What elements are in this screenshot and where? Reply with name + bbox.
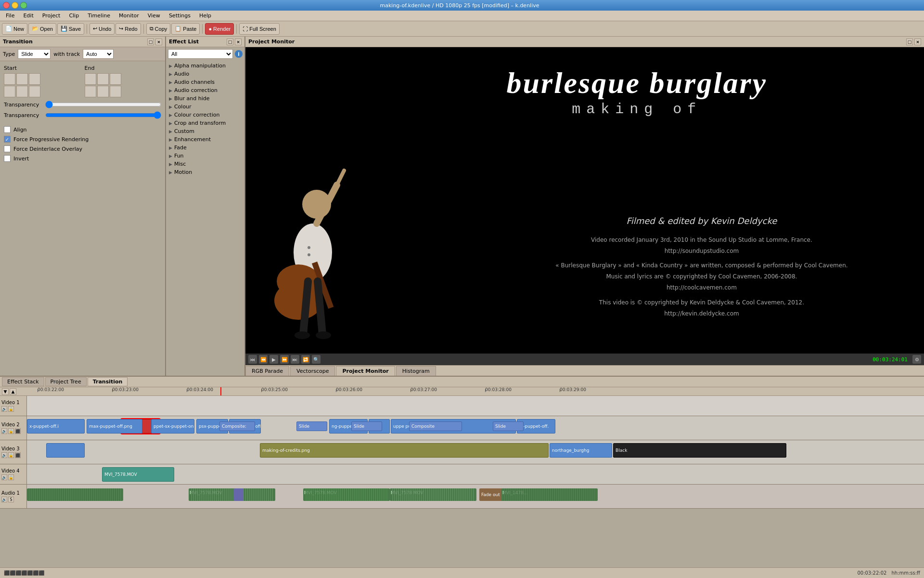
start-cell-5[interactable] [16, 86, 28, 97]
tab-project-tree[interactable]: Project Tree [45, 377, 87, 386]
win-controls[interactable] [3, 2, 27, 9]
end-cell-2[interactable] [97, 73, 109, 85]
seg-v3-1[interactable] [46, 443, 85, 458]
menu-monitor[interactable]: Monitor [115, 12, 143, 20]
effect-close-btn[interactable]: × [235, 39, 242, 45]
track-lock-v1[interactable]: 🔒 [8, 406, 14, 412]
cat-misc[interactable]: ▶ Misc [167, 160, 244, 168]
play-forward-btn[interactable]: ⏩ [280, 355, 289, 364]
cat-fade[interactable]: ▶ Fade [167, 144, 244, 152]
end-cell-1[interactable] [85, 73, 96, 85]
redo-button[interactable]: ↪ Redo [116, 23, 141, 35]
play-to-end-btn[interactable]: ⏭ [291, 355, 299, 364]
track-mute-a1[interactable]: 🔊 [1, 497, 7, 502]
track-lock-v2[interactable]: 🔒 [8, 428, 14, 434]
tab-project-monitor[interactable]: Project Monitor [336, 366, 395, 376]
composite-transition-1[interactable]: Composite: [219, 421, 255, 431]
slide-transition-1[interactable]: Slide [296, 421, 327, 431]
play-to-start-btn[interactable]: ⏮ [248, 355, 257, 364]
render-button[interactable]: ● Render [205, 23, 234, 35]
menu-timeline[interactable]: Timeline [84, 12, 114, 20]
end-cell-5[interactable] [97, 86, 109, 97]
track-solo-a1[interactable]: S [8, 497, 14, 502]
force-progressive-checkbox[interactable] [4, 136, 11, 143]
audio-fadein[interactable] [234, 488, 244, 501]
cat-custom[interactable]: ▶ Custom [167, 127, 244, 135]
zoom-btn[interactable]: 🔍 [312, 355, 321, 364]
panel-close-btn[interactable]: × [155, 39, 162, 45]
new-button[interactable]: 📄 New [2, 23, 27, 35]
track-lock-v4[interactable]: 🔒 [8, 474, 14, 480]
maximize-button[interactable] [20, 2, 27, 9]
track-extra-v3[interactable]: ⬛ [15, 452, 21, 458]
seg-puppet-1[interactable]: x-puppet-off.i [27, 419, 85, 434]
start-cell-2[interactable] [16, 73, 28, 85]
audio-seg-3[interactable]: MVI_7578.MOV [303, 488, 390, 501]
effect-info-icon[interactable]: i [235, 50, 243, 58]
seg-credits-png[interactable]: making-of-credits.png [260, 443, 549, 458]
cat-colour[interactable]: ▶ Colour [167, 103, 244, 111]
track-mute-v3[interactable]: 🔊 [1, 452, 7, 458]
tab-vectorscope[interactable]: Vectorscope [290, 366, 335, 376]
cat-fun[interactable]: ▶ Fun [167, 152, 244, 160]
slide-transition-3[interactable]: Slide [493, 421, 524, 431]
start-cell-3[interactable] [29, 73, 40, 85]
end-transparency-slider[interactable] [45, 112, 161, 118]
invert-checkbox[interactable] [4, 155, 11, 162]
audio-seg-1[interactable] [27, 488, 123, 501]
close-button[interactable] [3, 2, 10, 9]
slide-transition-2[interactable]: Slide [351, 421, 382, 431]
seg-black[interactable]: Black [613, 443, 786, 458]
cat-motion[interactable]: ▶ Motion [167, 168, 244, 176]
cat-crop[interactable]: ▶ Crop and transform [167, 119, 244, 127]
cat-enhancement[interactable]: ▶ Enhancement [167, 135, 244, 144]
cat-colour-correction[interactable]: ▶ Colour correction [167, 111, 244, 119]
copy-button[interactable]: ⧉ Copy [146, 23, 171, 35]
monitor-close-btn[interactable]: × [914, 39, 921, 45]
menu-help[interactable]: Help [195, 12, 215, 20]
save-button[interactable]: 💾 Save [57, 23, 84, 35]
composite-transition-2[interactable]: Composite [409, 421, 462, 431]
start-transparency-slider[interactable] [45, 101, 161, 108]
seg-puppet-3[interactable]: ppet-sx-puppet-on.p [151, 419, 194, 434]
end-cell-4[interactable] [85, 86, 96, 97]
track-mute-v4[interactable]: 🔊 [1, 474, 7, 480]
menu-view[interactable]: View [144, 12, 164, 20]
track-extra-v2[interactable]: ⬛ [15, 428, 21, 434]
menu-project[interactable]: Project [38, 12, 64, 20]
tab-rgb-parade[interactable]: RGB Parade [245, 366, 289, 376]
play-backward-btn[interactable]: ⏪ [259, 355, 268, 364]
loop-btn[interactable]: 🔁 [301, 355, 310, 364]
force-deinterlace-checkbox[interactable] [4, 145, 11, 152]
track-lock-v3[interactable]: 🔒 [8, 452, 14, 458]
tab-effect-stack[interactable]: Effect Stack [2, 377, 44, 386]
align-checkbox[interactable] [4, 126, 11, 133]
fullscreen-button[interactable]: ⛶ Full Screen [239, 23, 280, 35]
seg-puppet-2[interactable]: max-puppet-off.png [87, 419, 142, 434]
panel-float-btn[interactable]: □ [147, 39, 154, 45]
cat-alpha[interactable]: ▶ Alpha manipulation [167, 62, 244, 70]
end-cell-3[interactable] [110, 73, 121, 85]
cat-audio[interactable]: ▶ Audio [167, 70, 244, 78]
open-button[interactable]: 📂 Open [28, 23, 56, 35]
seg-mvi-v4[interactable]: MVI_7578.MOV [102, 467, 174, 482]
cat-audio-channels[interactable]: ▶ Audio channels [167, 78, 244, 86]
start-cell-6[interactable] [29, 86, 40, 97]
play-btn[interactable]: ▶ [270, 355, 278, 364]
track-mute-v2[interactable]: 🔊 [1, 428, 7, 434]
menu-edit[interactable]: Edit [19, 12, 37, 20]
menu-file[interactable]: File [2, 12, 18, 20]
start-cell-4[interactable] [4, 86, 15, 97]
undo-button[interactable]: ↩ Undo [90, 23, 115, 35]
tab-histogram[interactable]: Histogram [396, 366, 436, 376]
audio-seg-5[interactable]: MVI_1478... [501, 488, 598, 501]
ruler-up-btn[interactable]: ▲ [10, 388, 16, 395]
with-track-select[interactable]: Auto Video 1 Video 2 [83, 49, 114, 59]
end-cell-6[interactable] [110, 86, 121, 97]
cat-audio-correction[interactable]: ▶ Audio correction [167, 86, 244, 94]
type-select[interactable]: Slide Dissolve Wipe [18, 49, 51, 59]
audio-seg-2[interactable]: MVI_7578.MOV [189, 488, 275, 501]
tab-transition[interactable]: Transition [88, 377, 128, 386]
monitor-float-btn[interactable]: □ [906, 39, 913, 45]
paste-button[interactable]: 📋 Paste [171, 23, 200, 35]
